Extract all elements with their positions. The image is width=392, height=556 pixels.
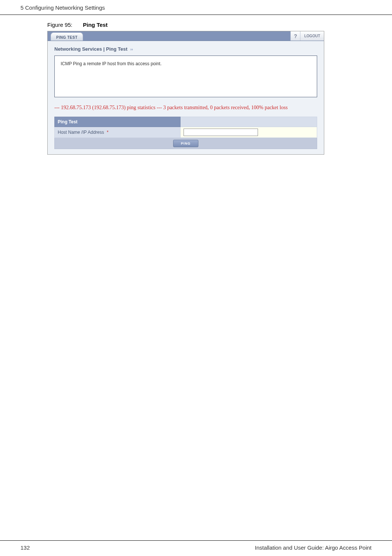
logout-label: LOGOUT — [304, 34, 320, 38]
logout-button[interactable]: LOGOUT — [300, 31, 324, 41]
status-message: --- 192.68.75.173 (192.68.75.173) ping s… — [54, 97, 317, 117]
page-number: 132 — [20, 544, 30, 551]
status-text: --- 192.68.75.173 (192.68.75.173) ping s… — [54, 105, 288, 110]
top-bar: PING TEST ? LOGOUT — [48, 31, 324, 41]
breadcrumb: Networking Services | Ping Test ›› — [54, 45, 317, 56]
table-row: Host Name /IP Address * — [55, 127, 317, 138]
figure-title: Ping Test — [83, 22, 108, 28]
screenshot-container: PING TEST ? LOGOUT Networking Services |… — [47, 31, 324, 155]
breadcrumb-text: Networking Services | Ping Test — [54, 46, 127, 52]
field-label: Host Name /IP Address — [58, 130, 104, 135]
section-title: Ping Test — [58, 119, 77, 124]
doc-title: Installation and User Guide: Airgo Acces… — [255, 544, 372, 551]
page-header: 5 Configuring Networking Settings — [0, 0, 392, 15]
tab-ping-test[interactable]: PING TEST — [51, 32, 83, 41]
help-icon: ? — [294, 33, 297, 39]
section-header: Ping Test — [55, 117, 181, 127]
breadcrumb-arrows-icon: ›› — [130, 47, 133, 51]
page-footer: 132 Installation and User Guide: Airgo A… — [0, 540, 392, 556]
spacer — [83, 31, 290, 41]
tab-label: PING TEST — [56, 35, 77, 40]
button-row: PING — [55, 138, 317, 149]
field-label-cell: Host Name /IP Address * — [55, 127, 181, 138]
description-text: ICMP Ping a remote IP host from this acc… — [61, 61, 162, 66]
host-ip-input[interactable] — [184, 129, 258, 136]
field-input-cell — [181, 127, 317, 138]
ping-button[interactable]: PING — [173, 140, 198, 147]
table-button-row: PING — [55, 138, 317, 149]
ping-button-label: PING — [181, 142, 191, 145]
table-header-row: Ping Test — [55, 117, 317, 127]
section-header-right — [181, 117, 317, 127]
chapter-title: 5 Configuring Networking Settings — [20, 4, 105, 11]
figure-caption: Figure 95: Ping Test — [0, 15, 392, 31]
help-button[interactable]: ? — [290, 31, 300, 41]
content-area: Networking Services | Ping Test ›› ICMP … — [48, 41, 324, 154]
required-mark: * — [107, 130, 109, 135]
ping-form-table: Ping Test Host Name /IP Address * PING — [54, 117, 317, 149]
description-box: ICMP Ping a remote IP host from this acc… — [54, 56, 317, 97]
figure-label: Figure 95: — [47, 22, 73, 28]
